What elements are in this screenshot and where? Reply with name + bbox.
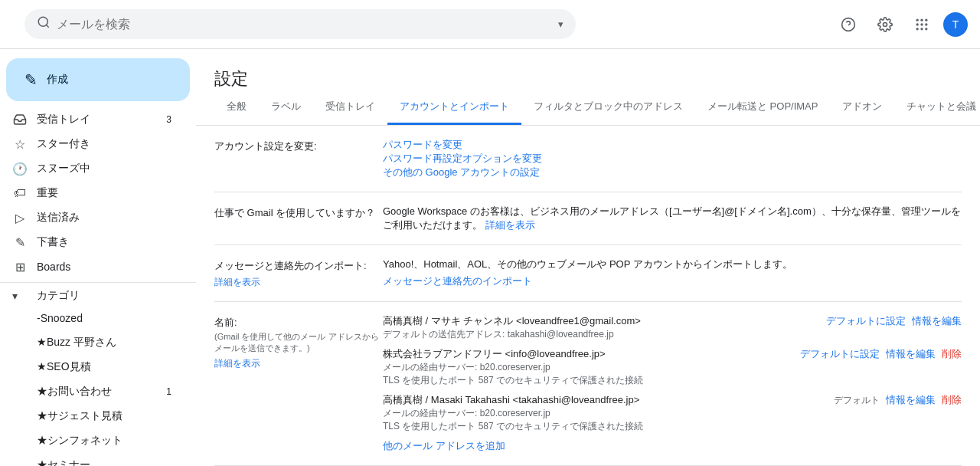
- tab-accounts[interactable]: アカウントとインポート: [387, 90, 521, 125]
- name-entry-2-detail-1: メールの経由サーバー: b20.coreserver.jp: [383, 361, 800, 374]
- account-settings-row: アカウント設定を変更: パスワードを変更 パスワード再設定オプションを変更 その…: [214, 126, 962, 192]
- names-detail-link[interactable]: 詳細を表示: [214, 357, 383, 370]
- settings-icon-button[interactable]: [870, 9, 900, 40]
- categories-label: カテゴリ: [37, 289, 80, 303]
- sidebar-item-buzz[interactable]: ★Buzz 平野さん: [0, 330, 184, 355]
- sidebar-item-suggest[interactable]: ★サジェスト見積: [0, 404, 184, 428]
- svg-point-13: [925, 28, 927, 30]
- sidebar-item-inquiry[interactable]: ★お問い合わせ 1: [0, 379, 184, 404]
- svg-point-4: [884, 22, 887, 26]
- svg-point-5: [916, 18, 919, 21]
- gmail-work-row: 仕事で Gmail を使用していますか？ Google Workspace のお…: [214, 192, 962, 245]
- inbox-icon: [12, 113, 28, 126]
- sent-icon: ▷: [12, 211, 28, 225]
- import-action-link[interactable]: メッセージと連絡先のインポート: [383, 275, 532, 287]
- svg-point-7: [925, 18, 927, 21]
- sidebar-item-boards[interactable]: ⊞ Boards: [0, 254, 184, 279]
- settings-title: 設定: [196, 49, 980, 90]
- account-settings-content: パスワードを変更 パスワード再設定オプションを変更 その他の Google アカ…: [383, 138, 962, 179]
- name-entry-3-edit-link[interactable]: 情報を編集: [886, 393, 936, 407]
- name-entry-3-delete-link[interactable]: 削除: [942, 393, 962, 407]
- search-input[interactable]: [57, 18, 558, 31]
- name-entry-1: 高橋真樹 / マサキ チャンネル <loveandfree1@gmail.com…: [383, 314, 962, 341]
- svg-point-10: [925, 23, 927, 25]
- svg-point-0: [38, 17, 47, 26]
- search-dropdown-icon[interactable]: ▾: [558, 18, 564, 30]
- sidebar-categories-header[interactable]: ▾ カテゴリ: [0, 286, 196, 306]
- settings-body: アカウント設定を変更: パスワードを変更 パスワード再設定オプションを変更 その…: [196, 126, 980, 466]
- name-entry-1-edit-link[interactable]: 情報を編集: [912, 314, 962, 328]
- snoozed-cat-label: -Snoozed: [37, 312, 172, 324]
- name-entry-2-delete-link[interactable]: 削除: [942, 347, 962, 361]
- sidebar-item-drafts-label: 下書き: [37, 235, 172, 249]
- name-entry-1-default-link[interactable]: デフォルトに設定: [826, 314, 906, 328]
- sidebar-item-important-label: 重要: [37, 186, 172, 200]
- compose-plus-icon: ✎: [24, 71, 38, 89]
- suggest-label: ★サジェスト見積: [37, 409, 172, 423]
- tab-general[interactable]: 全般: [214, 90, 259, 125]
- sidebar-item-inbox[interactable]: 受信トレイ 3: [0, 107, 184, 132]
- names-row: 名前: (Gmail を使用して他のメール アドレスからメールを送信できます。)…: [214, 302, 962, 466]
- tab-forwarding[interactable]: メール転送と POP/IMAP: [695, 90, 830, 125]
- name-entry-3: 高橋真樹 / Masaki Takahashi <takahashi@lovea…: [383, 393, 962, 433]
- svg-point-6: [920, 18, 923, 21]
- sidebar-item-symphony[interactable]: ★シンフォネット: [0, 428, 184, 453]
- topbar: ▾ T: [0, 0, 980, 49]
- names-sub-label: (Gmail を使用して他のメール アドレスからメールを送信できます。): [214, 331, 383, 354]
- sidebar-item-snoozed-cat[interactable]: -Snoozed: [0, 306, 184, 330]
- tab-inbox[interactable]: 受信トレイ: [313, 90, 387, 125]
- sidebar-item-drafts[interactable]: ✎ 下書き: [0, 230, 184, 254]
- account-settings-label: アカウント設定を変更:: [214, 138, 383, 179]
- import-content: Yahoo!、Hotmail、AOL、その他のウェブメールや POP アカウント…: [383, 258, 962, 289]
- sidebar-item-sent-label: 送信済み: [37, 211, 172, 225]
- name-entry-2-edit-link[interactable]: 情報を編集: [886, 347, 936, 361]
- name-entry-2-default-link[interactable]: デフォルトに設定: [800, 347, 880, 361]
- name-entry-3-detail-2: TLS を使用したポート 587 でのセキュリティで保護された接続: [383, 420, 834, 433]
- drafts-icon: ✎: [12, 235, 28, 250]
- sidebar-item-starred[interactable]: ☆ スター付き: [0, 132, 184, 156]
- star-icon: ☆: [12, 137, 28, 152]
- seo-label: ★SEO見積: [37, 360, 172, 374]
- tab-labels[interactable]: ラベル: [259, 90, 313, 125]
- gmail-work-label: 仕事で Gmail を使用していますか？: [214, 205, 383, 232]
- inquiry-badge: 1: [166, 386, 172, 397]
- avatar[interactable]: T: [943, 12, 968, 37]
- tab-addons[interactable]: アドオン: [830, 90, 894, 125]
- sidebar-item-snoozed-label: スヌーズ中: [37, 162, 172, 176]
- important-icon: 🏷: [12, 186, 28, 200]
- tab-filters[interactable]: フィルタとブロック中のアドレス: [521, 90, 695, 125]
- reset-password-link[interactable]: パスワード再設定オプションを変更: [383, 153, 542, 164]
- sidebar-item-sent[interactable]: ▷ 送信済み: [0, 205, 184, 230]
- symphony-label: ★シンフォネット: [37, 434, 172, 448]
- search-bar[interactable]: ▾: [24, 9, 576, 39]
- apps-icon-button[interactable]: [906, 9, 937, 40]
- gmail-work-content: Google Workspace のお客様は、ビジネス用のメールアドレス（[ユー…: [383, 205, 962, 232]
- sidebar-item-boards-label: Boards: [37, 261, 172, 273]
- buzz-label: ★Buzz 平野さん: [37, 336, 172, 350]
- import-description: Yahoo!、Hotmail、AOL、その他のウェブメールや POP アカウント…: [383, 258, 962, 271]
- import-label: メッセージと連絡先のインポート: 詳細を表示: [214, 258, 383, 289]
- compose-label: 作成: [47, 73, 68, 87]
- sidebar-divider: [0, 282, 196, 283]
- svg-point-12: [920, 28, 923, 30]
- search-icon: [37, 15, 51, 33]
- settings-tabs: 全般 ラベル 受信トレイ アカウントとインポート フィルタとブロック中のアドレス…: [196, 90, 980, 126]
- topbar-actions: T: [833, 9, 968, 40]
- add-email-link[interactable]: 他のメール アドレスを追加: [383, 440, 505, 451]
- tab-chat[interactable]: チャットと会議: [894, 90, 980, 125]
- name-entry-2-detail-2: TLS を使用したポート 587 でのセキュリティで保護された接続: [383, 374, 800, 387]
- sidebar-item-seo[interactable]: ★SEO見積: [0, 355, 184, 379]
- change-password-link[interactable]: パスワードを変更: [383, 139, 462, 150]
- compose-button[interactable]: ✎ 作成: [6, 58, 190, 101]
- help-icon-button[interactable]: [833, 9, 864, 40]
- import-detail-link[interactable]: 詳細を表示: [214, 276, 383, 289]
- google-account-link[interactable]: その他の Google アカウントの設定: [383, 166, 540, 178]
- sidebar-item-seminar[interactable]: ★セミナー: [0, 453, 184, 466]
- sidebar-item-inbox-label: 受信トレイ: [37, 113, 166, 126]
- sidebar-item-snoozed[interactable]: 🕐 スヌーズ中: [0, 156, 184, 181]
- name-entry-1-name: 高橋真樹 / マサキ チャンネル <loveandfree1@gmail.com…: [383, 314, 826, 328]
- sidebar-item-important[interactable]: 🏷 重要: [0, 181, 184, 205]
- names-content: 高橋真樹 / マサキ チャンネル <loveandfree1@gmail.com…: [383, 314, 962, 453]
- name-entry-1-sub: デフォルトの送信先アドレス: takahashi@loveandfree.jp: [383, 328, 826, 341]
- gmail-work-detail-link[interactable]: 詳細を表示: [485, 219, 535, 231]
